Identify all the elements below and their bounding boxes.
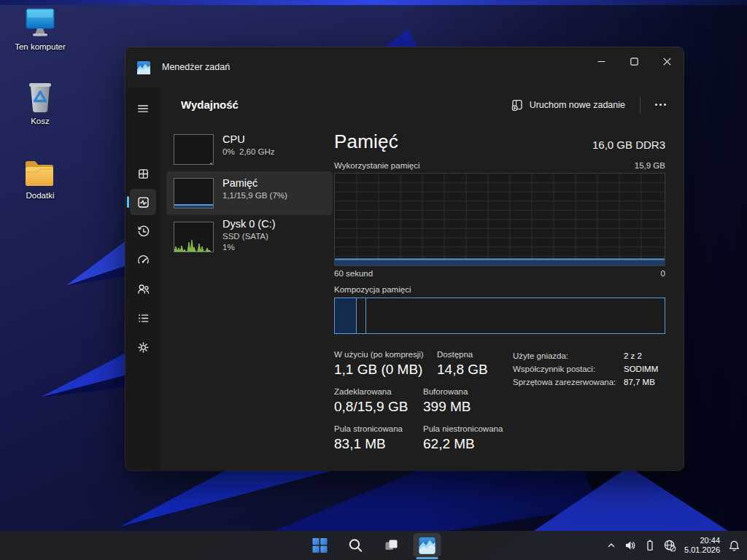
perf-item-title: CPU — [222, 133, 275, 145]
page-header: Wydajność Uruchom nowe zadanie — [160, 88, 684, 122]
detail-value: SODIMM — [624, 365, 658, 373]
detail-label: Użyte gniazda: — [513, 351, 568, 360]
memory-composition-label: Kompozycja pamięci — [334, 285, 411, 294]
task-view-button[interactable] — [377, 531, 406, 560]
taskbar-clock[interactable]: 20:44 5.01.2026 — [680, 536, 724, 555]
processes-icon — [136, 167, 150, 181]
sidebar-item-startup-apps[interactable] — [130, 246, 156, 273]
detail-label: Sprzętowa zarezerwowana: — [513, 378, 616, 386]
sidebar-item-performance[interactable] — [130, 189, 156, 215]
clock-date: 5.01.2026 — [684, 545, 720, 555]
task-manager-window: Menedżer zadań — [125, 47, 684, 470]
perf-item-memory[interactable]: Pamięć 1,1/15,9 GB (7%) — [166, 171, 333, 215]
titlebar[interactable]: Menedżer zadań — [125, 47, 684, 88]
memory-mini-chart — [174, 178, 214, 209]
menu-icon — [136, 102, 150, 115]
stat-value: 399 MB — [423, 399, 533, 415]
services-icon — [136, 341, 150, 354]
perf-item-subtitle2: 1% — [222, 243, 276, 252]
perf-item-subtitle: SSD (SATA) — [222, 232, 276, 241]
details-icon — [136, 311, 150, 325]
tray-chevron-button[interactable] — [603, 540, 620, 551]
task-manager-taskbar-button[interactable] — [413, 531, 442, 560]
chevron-up-icon — [606, 540, 616, 551]
menu-button[interactable] — [130, 96, 156, 122]
performance-list: CPU 0% 2,60 GHz Pamięć 1,1/15,9 GB (7%) — [166, 128, 333, 263]
task-view-icon — [384, 537, 400, 553]
computer-icon — [5, 6, 75, 39]
perf-item-title: Pamięć — [222, 177, 287, 189]
perf-item-title: Dysk 0 (C:) — [222, 218, 276, 230]
start-icon — [312, 537, 328, 553]
composition-modified-divider — [365, 298, 366, 333]
search-button[interactable] — [341, 531, 371, 560]
memory-usage-chart-label: Wykorzystanie pamięci — [334, 161, 420, 170]
chart-x-left-label: 60 sekund — [334, 269, 373, 278]
tray-network-button[interactable] — [659, 539, 680, 552]
stat-label: Pula niestronicowana — [423, 424, 547, 433]
sidebar-item-processes[interactable] — [130, 160, 156, 187]
stat-label: Buforowana — [423, 387, 533, 396]
desktop-icon-dodatki[interactable]: Dodatki — [5, 155, 75, 200]
sidebar-item-app-history[interactable] — [130, 218, 156, 244]
perf-item-subtitle: 0% 2,60 GHz — [222, 147, 275, 156]
memory-chart-max: 15,9 GB — [635, 161, 665, 170]
run-new-task-label: Uruchom nowe zadanie — [530, 100, 625, 110]
new-task-icon — [511, 99, 523, 111]
desktop-icon-label: Ten komputer — [5, 42, 75, 51]
minimize-icon — [597, 58, 605, 66]
sidebar — [125, 88, 160, 470]
folder-icon — [5, 155, 75, 188]
cpu-mini-chart — [174, 134, 214, 165]
recycle-bin-icon — [5, 80, 75, 114]
task-manager-app-icon — [137, 61, 150, 74]
sidebar-item-services[interactable] — [130, 334, 156, 360]
search-icon — [348, 537, 364, 553]
maximize-icon — [630, 58, 638, 66]
sidebar-item-details[interactable] — [130, 305, 156, 331]
active-app-indicator — [417, 557, 438, 559]
clock-time: 20:44 — [684, 536, 720, 545]
detail-value: 87,7 MB — [624, 378, 655, 386]
memory-total-capacity: 16,0 GB DDR3 — [592, 139, 665, 153]
chart-x-right-label: 0 — [661, 269, 665, 278]
minimize-button[interactable] — [585, 47, 618, 75]
close-button[interactable] — [651, 47, 684, 75]
battery-icon — [644, 539, 656, 552]
users-icon — [136, 282, 150, 296]
detail-value: 2 z 2 — [624, 351, 642, 360]
globe-offline-icon — [663, 539, 676, 552]
close-icon — [663, 58, 671, 66]
perf-item-disk[interactable]: Dysk 0 (C:) SSD (SATA) 1% — [166, 215, 333, 263]
taskbar: 20:44 5.01.2026 — [0, 531, 747, 560]
start-button[interactable] — [306, 531, 335, 560]
performance-main: CPU 0% 2,60 GHz Pamięć 1,1/15,9 GB (7%) — [160, 122, 684, 470]
run-new-task-button[interactable]: Uruchom nowe zadanie — [504, 95, 632, 115]
tray-battery-button[interactable] — [640, 539, 659, 552]
tray-volume-button[interactable] — [620, 539, 640, 552]
page-title: Wydajność — [181, 98, 239, 111]
stat-value: 62,2 MB — [423, 436, 547, 452]
perf-item-cpu[interactable]: CPU 0% 2,60 GHz — [166, 128, 333, 171]
notifications-button[interactable] — [724, 540, 744, 552]
window-title: Menedżer zadań — [162, 62, 230, 72]
desktop-icon-recycle-bin[interactable]: Kosz — [5, 80, 75, 125]
app-history-icon — [136, 225, 150, 238]
sidebar-item-users[interactable] — [130, 276, 156, 302]
desktop-icon-label: Kosz — [5, 117, 75, 125]
desktop-icon-label: Dodatki — [5, 191, 75, 200]
maximize-button[interactable] — [618, 47, 651, 75]
startup-apps-icon — [136, 253, 150, 267]
content-area: Wydajność Uruchom nowe zadanie — [160, 88, 684, 470]
sidebar-selected-indicator — [127, 196, 129, 208]
perf-item-subtitle: 1,1/15,9 GB (7%) — [222, 191, 287, 200]
disk-mini-chart — [174, 222, 214, 252]
task-manager-icon — [419, 537, 436, 554]
composition-in-use-segment — [335, 298, 357, 333]
detail-label: Współczynnik postaci: — [513, 365, 595, 373]
more-options-button[interactable] — [648, 98, 673, 112]
desktop-icon-this-pc[interactable]: Ten komputer — [5, 6, 75, 51]
bell-icon — [728, 540, 740, 552]
performance-icon — [136, 195, 150, 209]
speaker-icon — [624, 539, 637, 552]
